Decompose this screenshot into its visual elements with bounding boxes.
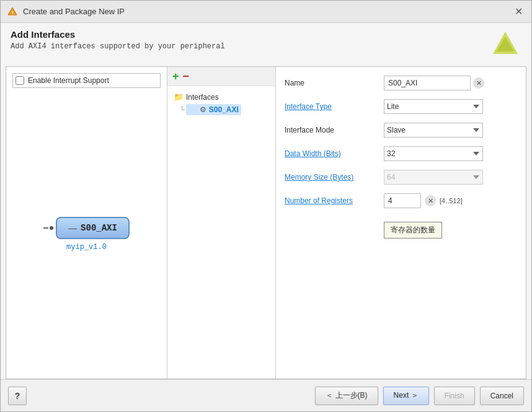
- block-component-name: S00_AXI: [81, 223, 117, 233]
- data-width-select[interactable]: 32 64 128: [384, 146, 483, 161]
- tree-root: 📁 Interfaces └ ⚙ S00_AXI: [171, 91, 272, 115]
- dialog-window: ! Create and Package New IP ✕ Add Interf…: [0, 0, 532, 412]
- data-width-field: 32 64 128: [384, 146, 517, 161]
- middle-toolbar: + −: [167, 67, 275, 86]
- header-area: Add Interfaces Add AXI4 interfaces suppo…: [1, 23, 531, 66]
- tree-s00-axi-item[interactable]: ⚙ S00_AXI: [186, 104, 241, 115]
- num-registers-field: ✕ [4..512]: [384, 193, 517, 208]
- footer: ? ＜ 上一步(B) Next ＞ Finish Cancel: [1, 379, 531, 411]
- name-input[interactable]: [384, 76, 471, 90]
- add-interface-button[interactable]: +: [172, 71, 179, 82]
- page-title: Add Interfaces: [11, 29, 225, 40]
- footer-left: ?: [8, 387, 27, 405]
- memory-size-row: Memory Size (Bytes) 64: [285, 169, 517, 186]
- block-wrap: — S00_AXI myip_v1.0: [43, 217, 130, 252]
- right-panel: Name ✕ Interface Type Lite Full Stream: [276, 67, 526, 379]
- num-registers-row: Number of Registers ✕ [4..512]: [285, 192, 517, 209]
- interrupt-support-label: Enable Interrupt Support: [28, 76, 109, 85]
- interface-mode-label: Interface Mode: [285, 126, 384, 134]
- name-row: Name ✕: [285, 74, 517, 92]
- block-box: — S00_AXI: [56, 217, 130, 239]
- left-panel: Enable Interrupt Support —: [6, 67, 167, 379]
- cancel-button[interactable]: Cancel: [480, 387, 524, 405]
- name-clear-button[interactable]: ✕: [473, 77, 484, 89]
- interface-mode-select[interactable]: Slave Master: [384, 123, 483, 138]
- tree-root-label: Interfaces: [186, 93, 219, 102]
- page-subtitle: Add AXI4 interfaces supported by your pe…: [11, 42, 225, 51]
- data-width-label[interactable]: Data Width (Bits): [285, 149, 384, 158]
- num-registers-input[interactable]: [384, 193, 421, 208]
- next-button[interactable]: Next ＞: [383, 387, 429, 405]
- tooltip-box: 寄存器的数量: [384, 222, 442, 239]
- footer-right: ＜ 上一步(B) Next ＞ Finish Cancel: [315, 387, 524, 405]
- num-registers-clear-button[interactable]: ✕: [425, 195, 436, 206]
- memory-size-label[interactable]: Memory Size (Bytes): [285, 173, 384, 182]
- close-button[interactable]: ✕: [512, 6, 525, 18]
- folder-icon: 📁: [174, 92, 184, 102]
- app-icon: !: [7, 6, 18, 17]
- tree-child-label: S00_AXI: [209, 105, 239, 114]
- interface-type-label[interactable]: Interface Type: [285, 102, 384, 111]
- interface-icon: ⚙: [200, 105, 206, 114]
- interrupt-support-row: Enable Interrupt Support: [12, 73, 161, 88]
- num-registers-label[interactable]: Number of Registers: [285, 196, 384, 205]
- back-button[interactable]: ＜ 上一步(B): [315, 387, 378, 405]
- tooltip-area: 寄存器的数量: [285, 218, 517, 239]
- help-button[interactable]: ?: [8, 387, 27, 405]
- svg-text:!: !: [12, 10, 14, 15]
- num-registers-range: [4..512]: [440, 197, 463, 204]
- main-content: Enable Interrupt Support —: [6, 66, 526, 379]
- interface-type-row: Interface Type Lite Full Stream: [285, 98, 517, 115]
- memory-size-select[interactable]: 64: [384, 170, 483, 185]
- title-bar-left: ! Create and Package New IP: [7, 6, 125, 17]
- remove-interface-button[interactable]: −: [183, 71, 190, 82]
- header-text: Add Interfaces Add AXI4 interfaces suppo…: [11, 29, 225, 51]
- block-component: — S00_AXI: [43, 217, 130, 239]
- interface-type-field: Lite Full Stream: [384, 99, 517, 114]
- vivado-logo: [489, 29, 521, 61]
- tree-interfaces-item[interactable]: 📁 Interfaces: [171, 91, 272, 103]
- interface-mode-row: Interface Mode Slave Master: [285, 121, 517, 139]
- block-diagram: — S00_AXI myip_v1.0: [12, 95, 161, 372]
- name-field: ✕: [384, 76, 517, 90]
- block-component-label: myip_v1.0: [66, 243, 107, 252]
- interface-type-select[interactable]: Lite Full Stream: [384, 99, 483, 114]
- data-width-row: Data Width (Bits) 32 64 128: [285, 145, 517, 162]
- tree-area: 📁 Interfaces └ ⚙ S00_AXI: [167, 86, 275, 379]
- interrupt-support-checkbox[interactable]: [16, 76, 24, 85]
- window-title: Create and Package New IP: [23, 7, 125, 16]
- memory-size-field: 64: [384, 170, 517, 185]
- middle-panel: + − 📁 Interfaces └ ⚙ S00_AXI: [167, 67, 276, 379]
- tree-children: └ ⚙ S00_AXI: [171, 104, 272, 115]
- name-label: Name: [285, 79, 384, 87]
- block-minus-icon: —: [68, 223, 77, 233]
- title-bar: ! Create and Package New IP ✕: [1, 1, 531, 23]
- finish-button[interactable]: Finish: [434, 387, 475, 405]
- interface-mode-field: Slave Master: [384, 123, 517, 138]
